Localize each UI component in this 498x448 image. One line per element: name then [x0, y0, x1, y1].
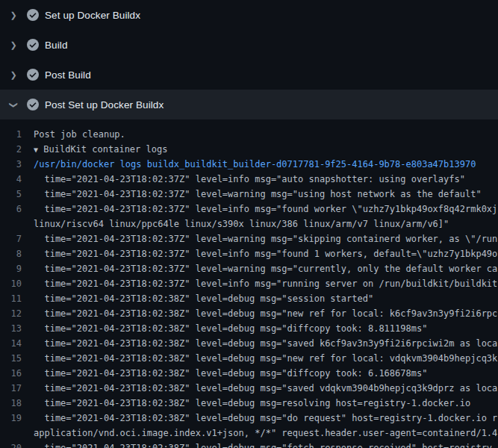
line-number[interactable] — [0, 217, 34, 231]
step-header-build[interactable]: ❯ Build — [0, 30, 498, 60]
log-line: 15 time="2021-04-23T18:02:38Z" level=deb… — [0, 351, 498, 366]
log-line: 3 /usr/bin/docker logs buildx_buildkit_b… — [0, 157, 498, 172]
chevron-icon[interactable]: ❯ — [9, 41, 18, 49]
log-line: 10 time="2021-04-23T18:02:37Z" level=inf… — [0, 276, 498, 291]
line-number[interactable]: 15 — [0, 351, 34, 366]
log-line: 11 time="2021-04-23T18:02:38Z" level=deb… — [0, 291, 498, 306]
line-number[interactable]: 3 — [0, 157, 34, 172]
line-number[interactable]: 4 — [0, 172, 34, 187]
log-line: 13 time="2021-04-23T18:02:38Z" level=deb… — [0, 321, 498, 336]
log-line: 6 time="2021-04-23T18:02:37Z" level=info… — [0, 202, 498, 217]
log-text: time="2021-04-23T18:02:38Z" level=debug … — [34, 396, 470, 411]
line-number[interactable]: 13 — [0, 321, 34, 336]
log-text: /usr/bin/docker logs buildx_buildkit_bui… — [34, 157, 476, 172]
log-line: 9 time="2021-04-23T18:02:37Z" level=warn… — [0, 261, 498, 276]
step-label: Post Set up Docker Buildx — [45, 99, 164, 111]
log-line: 20 time="2021-04-23T18:02:38Z" level=deb… — [0, 441, 498, 448]
log-line: 17 time="2021-04-23T18:02:38Z" level=deb… — [0, 381, 498, 396]
line-number[interactable]: 19 — [0, 411, 34, 426]
log-text: time="2021-04-23T18:02:38Z" level=debug … — [34, 411, 497, 426]
log-text: Post job cleanup. — [34, 127, 125, 142]
line-number[interactable]: 8 — [0, 246, 34, 261]
log-text: time="2021-04-23T18:02:37Z" level=info m… — [34, 246, 497, 261]
log-text: time="2021-04-23T18:02:37Z" level=info m… — [34, 202, 497, 217]
line-number[interactable]: 18 — [0, 396, 34, 411]
line-number[interactable]: 9 — [0, 261, 34, 276]
log-text: time="2021-04-23T18:02:37Z" level=info m… — [34, 172, 465, 187]
line-number[interactable]: 14 — [0, 336, 34, 351]
log-line: 16 time="2021-04-23T18:02:38Z" level=deb… — [0, 366, 498, 381]
log-line: linux/riscv64 linux/ppc64le linux/s390x … — [0, 217, 498, 231]
step-list: ❯ Set up Docker Buildx ❯ Build ❯ Post Bu — [0, 0, 498, 448]
log-text: time="2021-04-23T18:02:37Z" level=warnin… — [34, 261, 497, 276]
log-line: 18 time="2021-04-23T18:02:38Z" level=deb… — [0, 396, 498, 411]
log-line: 8 time="2021-04-23T18:02:37Z" level=info… — [0, 246, 498, 261]
check-circle-icon — [27, 39, 39, 51]
log-text: time="2021-04-23T18:02:38Z" level=debug … — [34, 381, 497, 396]
step-label: Set up Docker Buildx — [45, 10, 140, 21]
log-text: time="2021-04-23T18:02:37Z" level=warnin… — [34, 231, 497, 246]
log-text: time="2021-04-23T18:02:38Z" level=debug … — [34, 336, 497, 351]
step-header-set-up-docker-buildx[interactable]: ❯ Set up Docker Buildx — [0, 0, 498, 30]
line-number[interactable]: 16 — [0, 366, 34, 381]
log-text: time="2021-04-23T18:02:37Z" level=info m… — [34, 276, 497, 291]
actions-log-viewer: ❯ Set up Docker Buildx ❯ Build ❯ Post Bu — [0, 0, 498, 448]
log-text: time="2021-04-23T18:02:38Z" level=debug … — [34, 351, 497, 366]
log-line: 12 time="2021-04-23T18:02:38Z" level=deb… — [0, 306, 498, 321]
chevron-icon[interactable]: ❯ — [9, 11, 18, 19]
step-header-post-build[interactable]: ❯ Post Build — [0, 60, 498, 90]
line-number[interactable]: 11 — [0, 291, 34, 306]
line-number[interactable]: 1 — [0, 127, 34, 142]
log-text: time="2021-04-23T18:02:38Z" level=debug … — [34, 291, 373, 306]
line-number[interactable]: 5 — [0, 187, 34, 202]
log-text: time="2021-04-23T18:02:38Z" level=debug … — [34, 321, 427, 336]
step-header-post-set-up-docker-buildx[interactable]: ❯ Post Set up Docker Buildx — [0, 90, 498, 119]
chevron-icon[interactable]: ❯ — [9, 71, 18, 79]
line-number[interactable]: 20 — [0, 441, 34, 448]
chevron-icon[interactable]: ❯ — [10, 100, 18, 109]
log-text: time="2021-04-23T18:02:37Z" level=warnin… — [34, 187, 482, 202]
line-number[interactable]: 7 — [0, 231, 34, 246]
step-label: Post Build — [45, 69, 91, 81]
log-text: linux/riscv64 linux/ppc64le linux/s390x … — [34, 217, 449, 231]
log-line: 4 time="2021-04-23T18:02:37Z" level=info… — [0, 172, 498, 187]
line-number[interactable]: 10 — [0, 276, 34, 291]
line-number[interactable]: 12 — [0, 306, 34, 321]
log-group-label[interactable]: BuildKit container logs — [38, 144, 167, 155]
line-number[interactable]: 17 — [0, 381, 34, 396]
log-line: application/vnd.oci.image.index.v1+json,… — [0, 426, 498, 441]
log-text: time="2021-04-23T18:02:38Z" level=debug … — [34, 366, 427, 381]
log-line: 5 time="2021-04-23T18:02:37Z" level=warn… — [0, 187, 498, 202]
line-number[interactable]: 2 — [0, 142, 34, 157]
log-text: ▼ BuildKit container logs — [34, 142, 167, 157]
step-label: Build — [45, 40, 68, 51]
log-area: 1 Post job cleanup. 2 ▼ BuildKit contain… — [0, 119, 498, 448]
log-text: time="2021-04-23T18:02:38Z" level=debug … — [34, 441, 497, 448]
log-line: 14 time="2021-04-23T18:02:38Z" level=deb… — [0, 336, 498, 351]
log-line: 1 Post job cleanup. — [0, 127, 498, 142]
log-line: 2 ▼ BuildKit container logs — [0, 142, 498, 157]
log-text: time="2021-04-23T18:02:38Z" level=debug … — [34, 306, 497, 321]
line-number[interactable]: 6 — [0, 202, 34, 217]
log-text: application/vnd.oci.image.index.v1+json,… — [34, 426, 497, 441]
check-circle-icon — [27, 99, 39, 111]
log-line: 7 time="2021-04-23T18:02:37Z" level=warn… — [0, 231, 498, 246]
check-circle-icon — [27, 9, 39, 21]
log-line: 19 time="2021-04-23T18:02:38Z" level=deb… — [0, 411, 498, 426]
line-number[interactable] — [0, 426, 34, 441]
check-circle-icon — [27, 69, 39, 81]
